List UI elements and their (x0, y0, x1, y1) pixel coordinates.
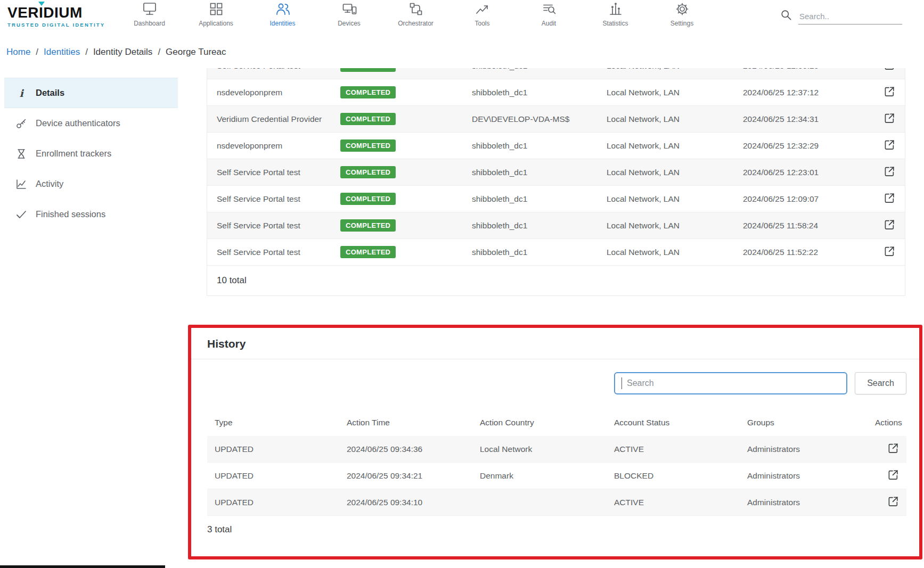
nav-label: Devices (338, 20, 361, 27)
open-history-icon[interactable] (887, 469, 899, 481)
sidebar-item-label: Details (36, 88, 64, 98)
monitor-icon (141, 1, 158, 17)
history-status: ACTIVE (614, 498, 747, 507)
hourglass-icon (15, 148, 28, 160)
session-server: shibboleth_dc1 (472, 221, 607, 231)
session-network: Local Network, LAN (607, 168, 743, 177)
main-nav: Dashboard Applications Identities (116, 0, 715, 42)
logo-tagline: TRUSTED DIGITAL IDENTITY (7, 22, 119, 28)
sidebar-item-label: Activity (36, 179, 63, 189)
column-action-time: Action Time (347, 418, 480, 427)
devices-icon (341, 1, 358, 17)
sessions-total: 10 total (207, 266, 905, 295)
session-name: nsdeveloponprem (217, 141, 340, 151)
session-server: shibboleth_dc1 (472, 194, 607, 204)
open-session-icon[interactable] (884, 245, 895, 257)
session-network: Local Network, LAN (607, 194, 743, 204)
session-time: 2024/06/25 12:37:12 (743, 88, 871, 97)
open-session-icon[interactable] (884, 68, 895, 71)
open-session-icon[interactable] (884, 219, 895, 231)
sidebar-item-label: Finished sessions (36, 209, 105, 219)
history-search-input[interactable] (614, 372, 847, 394)
session-name: Veridium Credential Provider (217, 114, 340, 124)
session-name: Self Service Portal test (217, 221, 340, 231)
session-time: 2024/06/25 11:58:24 (743, 221, 871, 231)
session-name: Self Service Portal test (217, 168, 340, 177)
nav-item-orchestrator[interactable]: Orchestrator (382, 0, 449, 42)
nav-item-identities[interactable]: Identities (249, 0, 316, 42)
sidebar-item-enrollment-trackers[interactable]: Enrollment trackers (4, 138, 178, 169)
history-row: UPDATED 2024/06/25 09:34:36 Local Networ… (207, 436, 906, 463)
session-time: 2024/06/25 12:32:29 (743, 141, 871, 151)
bottom-bar (0, 565, 165, 568)
history-section: History Search Type Action Time Action C… (188, 325, 922, 559)
top-nav: VERIDIUM TRUSTED DIGITAL IDENTITY Dashbo… (0, 0, 924, 43)
nav-item-devices[interactable]: Devices (316, 0, 382, 42)
open-session-icon[interactable] (884, 139, 895, 151)
history-time: 2024/06/25 09:34:10 (347, 498, 480, 507)
nav-item-settings[interactable]: Settings (649, 0, 715, 42)
nav-item-tools[interactable]: Tools (449, 0, 516, 42)
status-badge: COMPLETED (340, 113, 396, 125)
session-server: shibboleth_dc1 (472, 248, 607, 257)
status-badge: COMPLETED (340, 166, 396, 178)
status-badge: COMPLETED (340, 139, 396, 152)
search-icon (779, 7, 793, 24)
sidebar-item-details[interactable]: Details (4, 78, 178, 108)
nav-label: Statistics (602, 20, 628, 27)
nav-item-applications[interactable]: Applications (183, 0, 249, 42)
history-groups: Administrators (747, 498, 875, 507)
open-history-icon[interactable] (887, 496, 899, 507)
column-action-country: Action Country (480, 418, 614, 427)
status-badge: COMPLETED (340, 68, 396, 72)
global-search-input[interactable] (798, 9, 902, 24)
open-session-icon[interactable] (884, 86, 895, 97)
sidebar: Details Device authenticators Enrollment… (4, 78, 178, 563)
breadcrumb-entity: George Tureac (166, 47, 226, 57)
nav-label: Identities (269, 20, 295, 27)
open-session-icon[interactable] (884, 192, 895, 204)
session-time: 2024/06/25 11:52:22 (743, 248, 871, 257)
history-table-header: Type Action Time Action Country Account … (207, 413, 906, 436)
column-groups: Groups (747, 418, 875, 427)
history-country: Denmark (480, 471, 614, 481)
breadcrumb-identities[interactable]: Identities (44, 47, 93, 57)
session-name: nsdeveloponprem (217, 88, 340, 97)
session-name: Self Service Portal test (217, 248, 340, 257)
text-caret (622, 377, 622, 389)
history-search-button[interactable]: Search (855, 372, 906, 394)
nav-item-statistics[interactable]: Statistics (582, 0, 649, 42)
info-icon (15, 87, 28, 99)
session-row: nsdeveloponprem COMPLETED shibboleth_dc1… (207, 79, 905, 106)
session-server: shibboleth_dc1 (472, 168, 607, 177)
breadcrumb-home[interactable]: Home (6, 47, 44, 57)
sidebar-item-finished-sessions[interactable]: Finished sessions (4, 199, 178, 229)
session-name: Self Service Portal test (217, 68, 340, 71)
open-session-icon[interactable] (884, 112, 895, 124)
nav-label: Dashboard (134, 20, 165, 27)
session-server: DEV\DEVELOP-VDA-MS$ (472, 114, 607, 124)
session-network: Local Network, LAN (607, 88, 743, 97)
history-time: 2024/06/25 09:34:21 (347, 471, 480, 481)
column-type: Type (215, 418, 347, 427)
history-type: UPDATED (215, 471, 347, 481)
session-network: Local Network, LAN (607, 221, 743, 231)
session-server: shibboleth_dc1 (472, 141, 607, 151)
history-type: UPDATED (215, 498, 347, 507)
bar-chart-icon (607, 1, 624, 17)
sidebar-item-device-authenticators[interactable]: Device authenticators (4, 108, 178, 138)
flow-icon (407, 1, 424, 17)
doc-search-icon (541, 1, 558, 17)
logo-text: VERIDIUM (7, 4, 83, 21)
nav-item-dashboard[interactable]: Dashboard (116, 0, 183, 42)
nav-item-audit[interactable]: Audit (516, 0, 582, 42)
session-time: 2024/06/25 12:55:25 (743, 68, 871, 71)
nav-label: Settings (670, 20, 693, 27)
veridium-logo[interactable]: VERIDIUM TRUSTED DIGITAL IDENTITY (7, 4, 119, 28)
open-session-icon[interactable] (884, 166, 895, 177)
session-time: 2024/06/25 12:34:31 (743, 114, 871, 124)
session-row: Self Service Portal test COMPLETED shibb… (207, 159, 905, 186)
history-title: History (191, 328, 919, 359)
open-history-icon[interactable] (887, 442, 899, 454)
sidebar-item-activity[interactable]: Activity (4, 169, 178, 199)
